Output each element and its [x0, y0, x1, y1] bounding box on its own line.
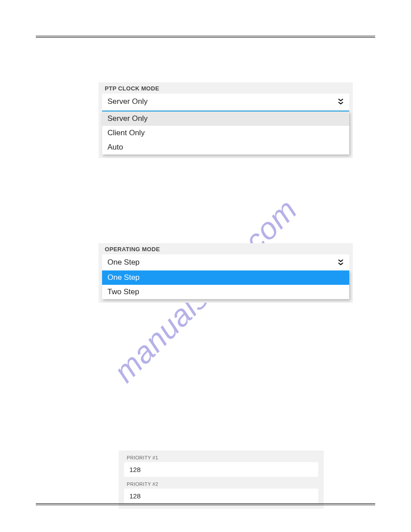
bottom-rule-wrap — [36, 503, 375, 505]
page-content: PTP CLOCK MODE Server Only Server Only C… — [36, 38, 375, 509]
ptp-clock-mode-dropdown: Server Only Client Only Auto — [102, 112, 349, 154]
ptp-clock-mode-selected: Server Only — [107, 97, 148, 106]
ptp-option-auto[interactable]: Auto — [102, 140, 349, 154]
operating-mode-select[interactable]: One Step — [102, 254, 349, 270]
priority-block: PRIORITY #1 128 PRIORITY #2 128 — [119, 450, 324, 509]
priority1-input[interactable]: 128 — [124, 462, 318, 477]
spacer — [36, 303, 375, 450]
priority1-label: PRIORITY #1 — [124, 455, 318, 460]
priority2-label: PRIORITY #2 — [124, 481, 318, 487]
operating-mode-dropdown: One Step Two Step — [102, 270, 349, 299]
op-option-one-step[interactable]: One Step — [102, 270, 349, 285]
operating-mode-block: OPERATING MODE One Step One Step Two Ste… — [98, 243, 353, 303]
bottom-rule — [36, 503, 375, 505]
op-option-two-step[interactable]: Two Step — [102, 285, 349, 299]
ptp-option-server-only[interactable]: Server Only — [102, 112, 349, 126]
ptp-clock-mode-block: PTP CLOCK MODE Server Only Server Only C… — [98, 82, 353, 158]
ptp-clock-mode-label: PTP CLOCK MODE — [102, 85, 349, 92]
chevron-down-icon — [338, 259, 344, 266]
ptp-option-client-only[interactable]: Client Only — [102, 126, 349, 140]
operating-mode-selected: One Step — [107, 258, 140, 267]
spacer — [36, 158, 375, 243]
priority2-input[interactable]: 128 — [124, 489, 318, 503]
chevron-down-icon — [338, 99, 344, 105]
operating-mode-label: OPERATING MODE — [102, 246, 349, 253]
ptp-clock-mode-select[interactable]: Server Only — [102, 94, 349, 110]
